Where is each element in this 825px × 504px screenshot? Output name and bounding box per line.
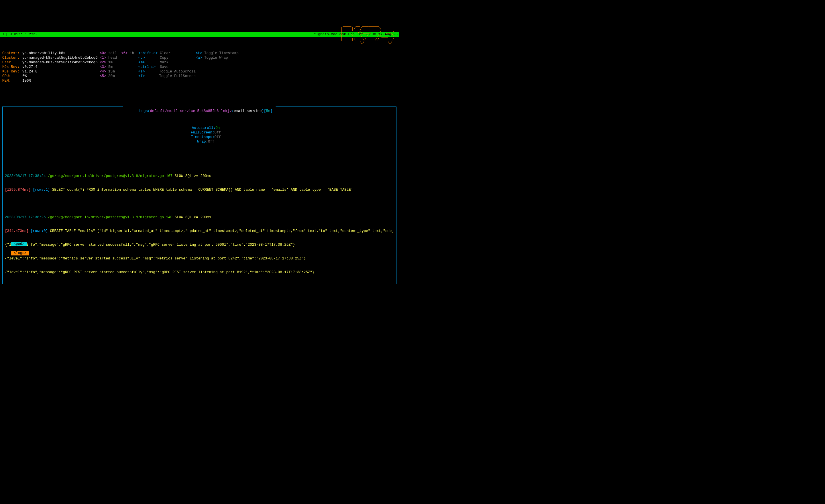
hotkey-label: Copy <box>160 56 168 60</box>
hotkey-key[interactable]: <m> <box>138 60 160 65</box>
hotkey-label: 15m <box>108 69 115 74</box>
info-label: MEM: <box>2 78 22 83</box>
info-value: v1.24.8 <box>22 69 38 74</box>
hotkey-key[interactable]: <1> <box>100 56 108 60</box>
status-row: Autoscroll:On FullScreen:Off Timestamps:… <box>3 120 396 149</box>
info-label: K8s Rev: <box>2 69 22 74</box>
hotkey-label: Toggle Wrap <box>204 56 228 60</box>
hotkey-label: 5m <box>108 65 112 69</box>
status-value: Off <box>208 140 215 144</box>
info-value: v0.27.4 <box>22 65 38 69</box>
hotkey-label: 1m <box>108 60 112 65</box>
breadcrumb-pod[interactable]: <pod> <box>11 242 27 246</box>
terminal-screen: [0] 0:k9s* 1:zsh- "Ignats-MacBook-Pro.lo… <box>0 18 399 261</box>
hotkey-label: head <box>108 56 117 60</box>
hotkey-label: Save <box>160 65 168 69</box>
info-label: Context: <box>2 51 22 56</box>
hotkey-key[interactable]: <ctrl-s> <box>138 65 160 69</box>
status-label: Timestamps: <box>191 135 215 139</box>
info-label: K9s Rev: <box>2 65 22 69</box>
breadcrumbs: <pod> <logs> <box>2 237 29 260</box>
title-duration: 5m <box>266 109 271 113</box>
tmux-left: [0] 0:k9s* 1:zsh- <box>1 32 38 37</box>
status-label: Autoscroll: <box>192 126 216 130</box>
hotkeys-col-3: <t>Toggle Timestamp <w>Toggle Wrap <box>196 51 293 83</box>
tmux-status-bar: [0] 0:k9s* 1:zsh- "Ignats-MacBook-Pro.lo… <box>0 32 399 37</box>
log-line: {"level":"info","message":"Metrics serve… <box>5 256 394 261</box>
info-value: yc-managed-k8s-cat5uglik4me5b2ekcq6 <box>22 56 98 60</box>
hotkey-key[interactable]: <3> <box>100 65 108 69</box>
hotkey-key[interactable]: <0> <box>100 51 108 56</box>
log-line: [344.473ms] [rows:0] CREATE TABLE "email… <box>5 229 394 233</box>
status-value: On <box>215 126 220 130</box>
hotkey-key[interactable]: <shift-c> <box>138 51 160 56</box>
hotkey-key[interactable]: <w> <box>196 56 204 60</box>
hotkey-key[interactable]: <2> <box>100 60 108 65</box>
hotkey-key[interactable]: <4> <box>100 69 108 74</box>
info-value: yc-observability-k8s <box>22 51 65 56</box>
hotkeys-col-1: <0>tail <6>1h <1>head <2>1m <3>5m <4>15m… <box>100 51 138 83</box>
info-value: yc-managed-k8s-cat5uglik4me5b2ekcq6 <box>22 60 98 65</box>
hotkey-label: Mark <box>160 60 168 65</box>
log-line <box>5 201 394 206</box>
hotkey-label: Clear <box>160 51 171 56</box>
hotkey-label: Toggle Timestamp <box>204 51 239 56</box>
status-label: FullScreen: <box>191 131 215 135</box>
frame-title: Logs(default/email-service-5b48c85fb6-ln… <box>123 104 276 118</box>
status-value: Off <box>215 131 221 135</box>
title-namespace: default/email-service-5b48c85fb6-lnkjv <box>150 109 231 113</box>
status-label: Wrap: <box>197 140 208 144</box>
info-value: 106% <box>22 78 31 83</box>
log-line: {"level":"info","message":"gRPC REST ser… <box>5 270 394 275</box>
log-line: {"level":"info","message":"gRPC server s… <box>5 243 394 247</box>
info-label: User: <box>2 60 22 65</box>
hotkey-key[interactable]: <5> <box>100 74 108 78</box>
log-line: 2023/08/17 17:38:25 /go/pkg/mod/gorm.io/… <box>5 215 394 220</box>
title-container: email-service <box>234 109 262 113</box>
logs-content[interactable]: 2023/08/17 17:38:24 /go/pkg/mod/gorm.io/… <box>3 162 396 284</box>
k9s-header: Context:yc-observability-k8s Cluster:yc-… <box>0 51 399 83</box>
hotkey-label: tail <box>108 51 117 56</box>
header-info-col: Context:yc-observability-k8s Cluster:yc-… <box>2 51 100 83</box>
title-prefix: Logs( <box>137 109 150 113</box>
status-value: Off <box>215 135 221 139</box>
breadcrumb-logs[interactable]: <logs> <box>11 251 29 255</box>
hotkey-key[interactable]: <f> <box>138 74 159 78</box>
log-line: [1299.874ms] [rows:1] SELECT count(*) FR… <box>5 187 394 192</box>
hotkey-label: Toggle FullScreen <box>159 74 196 78</box>
hotkey-key[interactable]: <c> <box>138 56 160 60</box>
hotkey-key[interactable]: <s> <box>138 69 159 74</box>
info-value: 6% <box>22 74 27 78</box>
hotkey-key[interactable]: <6> <box>121 51 130 56</box>
info-label: CPU: <box>2 74 22 78</box>
hotkeys-col-2: <shift-c>Clear <c>Copy <m>Mark <ctrl-s>S… <box>138 51 196 83</box>
k9s-logo: ____ __ ________ | |/ / __ \______ | /\_… <box>341 23 396 45</box>
hotkey-label: Toggle AutoScroll <box>159 69 196 74</box>
log-line: 2023/08/17 17:38:24 /go/pkg/mod/gorm.io/… <box>5 174 394 178</box>
hotkey-key[interactable]: <t> <box>196 51 204 56</box>
hotkey-label: 30m <box>108 74 115 78</box>
logs-frame[interactable]: Logs(default/email-service-5b48c85fb6-ln… <box>2 106 396 284</box>
hotkey-label: 1h <box>130 51 134 56</box>
info-label: Cluster: <box>2 56 22 60</box>
